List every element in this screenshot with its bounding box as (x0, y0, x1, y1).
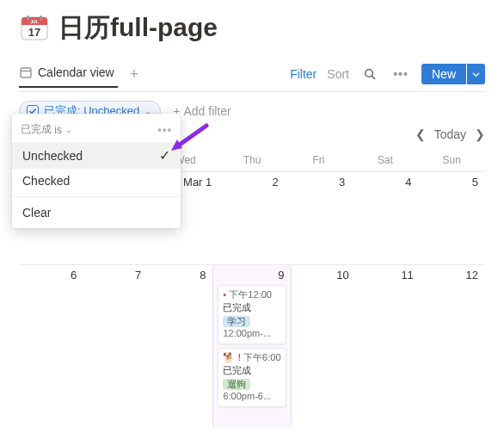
filter-option-label: Checked (22, 174, 70, 188)
event-top-text: 下午12:00 (229, 289, 272, 301)
date-label: 4 (357, 176, 413, 189)
filter-option[interactable]: Unchecked✓ (12, 142, 181, 169)
new-button-dropdown[interactable] (467, 64, 485, 84)
calendar-cell[interactable]: 10 (292, 264, 356, 428)
svg-line-10 (372, 76, 375, 79)
event-card[interactable]: 🐕!下午6:00已完成遛狗6:00pm-6... (218, 348, 286, 407)
calendar-cell[interactable]: 4 (352, 171, 418, 264)
svg-text:17: 17 (28, 26, 40, 39)
prev-button[interactable]: ❮ (415, 127, 426, 141)
filter-option-label: Unchecked (22, 149, 83, 163)
event-time-header: ▪︎下午12:00 (223, 289, 280, 301)
svg-rect-4 (40, 15, 42, 21)
svg-rect-3 (27, 15, 29, 21)
today-button[interactable]: Today (434, 127, 466, 141)
dow-label: Sun (419, 151, 485, 171)
date-label: 9 (218, 269, 286, 281)
calendar-icon (19, 65, 33, 79)
date-label: 2 (224, 176, 280, 189)
calendar-cell[interactable]: 11 (356, 264, 421, 428)
filter-clear-label: Clear (22, 206, 51, 220)
date-label: 5 (424, 176, 480, 189)
check-icon: ✓ (159, 147, 170, 164)
filter-field-label: 已完成 (21, 122, 52, 137)
date-label: 8 (153, 269, 207, 281)
filter-option[interactable]: Checked (12, 169, 181, 193)
date-label: 10 (297, 269, 351, 281)
red-square-icon: ▪︎ (223, 289, 226, 301)
add-filter-button[interactable]: + Add filter (173, 104, 230, 118)
today-nav: ❮ Today ❯ (415, 127, 485, 141)
date-label: 11 (361, 269, 415, 281)
calendar-cell[interactable]: 7 (83, 264, 148, 428)
chevron-down-icon: ⌄ (65, 126, 72, 134)
sort-button[interactable]: Sort (327, 67, 349, 81)
dow-label: Thu (218, 151, 285, 171)
alert-icon: ! (237, 352, 241, 364)
event-card[interactable]: ▪︎下午12:00已完成学习12:00pm-... (218, 285, 286, 344)
svg-rect-7 (21, 68, 31, 77)
dog-emoji-icon: 🐕 (223, 352, 235, 364)
calendar-emoji-icon: 17 JUL (19, 13, 50, 44)
new-button-label: New (421, 64, 466, 84)
calendar-cell[interactable]: 12 (421, 264, 485, 428)
calendar-cell[interactable]: 6 (19, 264, 83, 428)
add-view-button[interactable]: + (130, 66, 139, 87)
next-button[interactable]: ❯ (475, 127, 485, 141)
event-tag: 学习 (223, 316, 250, 328)
calendar-cell[interactable]: 5 (419, 171, 485, 264)
event-time-range: 12:00pm-... (223, 328, 280, 340)
svg-text:JUL: JUL (30, 19, 38, 24)
filter-dropdown: 已完成 is ⌄ ••• Unchecked✓Checked Clear (12, 114, 181, 228)
filter-operator[interactable]: is (54, 124, 62, 136)
event-title: 已完成 (223, 302, 280, 314)
date-label: 3 (291, 176, 347, 189)
new-button[interactable]: New (421, 64, 485, 84)
event-top-text: 下午6:00 (243, 352, 280, 364)
date-label: 7 (89, 269, 143, 281)
date-label: 6 (24, 269, 78, 281)
search-icon[interactable] (360, 64, 380, 84)
dow-label: Sat (352, 151, 418, 171)
more-icon[interactable]: ••• (390, 64, 411, 84)
event-title: 已完成 (223, 365, 280, 377)
calendar-cell[interactable]: 8 (148, 264, 212, 428)
dow-label: Fri (286, 151, 352, 171)
view-tab-calendar[interactable]: Calendar view (19, 65, 118, 88)
event-time-header: 🐕!下午6:00 (223, 352, 280, 364)
add-filter-label: Add filter (183, 104, 230, 118)
date-label: 12 (426, 269, 480, 281)
calendar-cell[interactable]: 2 (218, 171, 285, 264)
calendar-cell[interactable]: 3 (286, 171, 352, 264)
divider (12, 196, 181, 197)
svg-point-9 (366, 70, 373, 77)
filter-more-icon[interactable]: ••• (157, 123, 172, 136)
calendar-cell[interactable]: 9▪︎下午12:00已完成学习12:00pm-...🐕!下午6:00已完成遛狗6… (212, 264, 291, 428)
page-title[interactable]: 日历full-page (58, 10, 218, 46)
event-tag: 遛狗 (223, 379, 250, 391)
event-time-range: 6:00pm-6... (223, 391, 280, 403)
filter-clear[interactable]: Clear (12, 201, 181, 225)
filter-button[interactable]: Filter (290, 67, 317, 81)
view-tab-label: Calendar view (38, 65, 114, 79)
